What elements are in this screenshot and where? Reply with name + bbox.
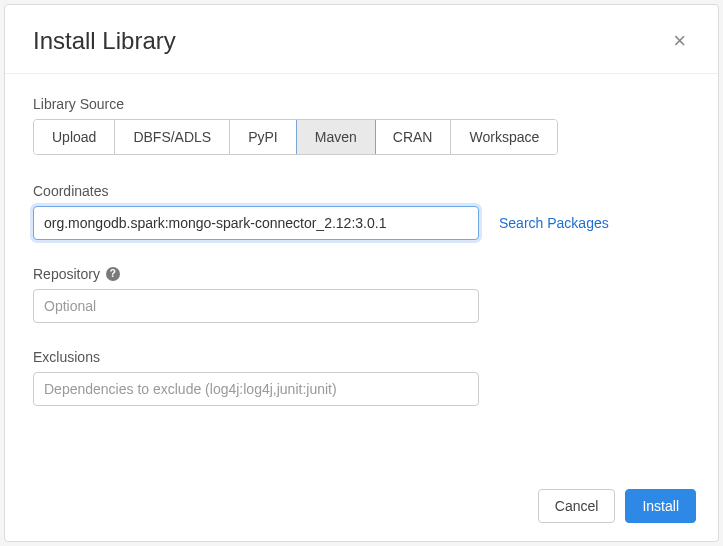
close-button[interactable]: ×	[669, 30, 690, 52]
modal-body: Library Source Upload DBFS/ADLS PyPI Mav…	[5, 74, 718, 475]
repository-input[interactable]	[33, 289, 479, 323]
modal-title: Install Library	[33, 27, 176, 55]
coordinates-label: Coordinates	[33, 183, 690, 199]
help-icon[interactable]: ?	[106, 267, 120, 281]
exclusions-input[interactable]	[33, 372, 479, 406]
install-button[interactable]: Install	[625, 489, 696, 523]
tab-upload[interactable]: Upload	[34, 120, 115, 154]
repository-label-text: Repository	[33, 266, 100, 282]
install-library-modal: Install Library × Library Source Upload …	[4, 4, 719, 542]
tab-cran[interactable]: CRAN	[375, 120, 452, 154]
tab-workspace[interactable]: Workspace	[451, 120, 557, 154]
repository-label: Repository ?	[33, 266, 690, 282]
close-icon: ×	[673, 28, 686, 53]
tab-dbfs-adls[interactable]: DBFS/ADLS	[115, 120, 230, 154]
tab-pypi[interactable]: PyPI	[230, 120, 297, 154]
coordinates-row: Search Packages	[33, 206, 690, 240]
tab-maven[interactable]: Maven	[296, 119, 376, 155]
exclusions-block: Exclusions	[33, 349, 690, 406]
search-packages-link[interactable]: Search Packages	[499, 215, 609, 231]
modal-header: Install Library ×	[5, 5, 718, 74]
library-source-tabs: Upload DBFS/ADLS PyPI Maven CRAN Workspa…	[33, 119, 558, 155]
modal-footer: Cancel Install	[5, 475, 718, 541]
repository-block: Repository ?	[33, 266, 690, 323]
library-source-label: Library Source	[33, 96, 690, 112]
exclusions-label: Exclusions	[33, 349, 690, 365]
coordinates-input[interactable]	[33, 206, 479, 240]
cancel-button[interactable]: Cancel	[538, 489, 616, 523]
